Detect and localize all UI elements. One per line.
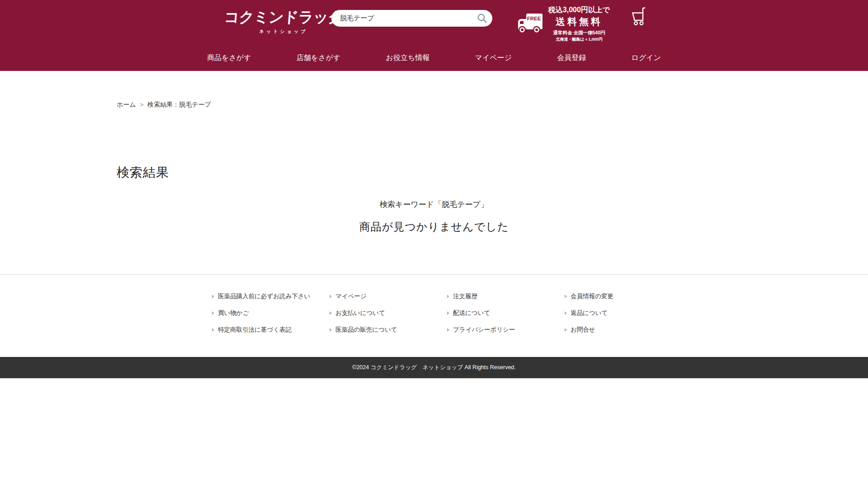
arrow-right-icon: [447, 311, 449, 315]
arrow-right-icon: [330, 328, 332, 332]
footer-links: 医薬品購入前に必ずお読み下さい 買い物かご 特定商取引法に基づく表記 マイページ…: [199, 275, 669, 357]
arrow-right-icon: [447, 328, 449, 332]
nav-item-login[interactable]: ログイン: [632, 53, 661, 63]
footer-column-3: 注文履歴 配送について プライバシーポリシー: [434, 292, 552, 357]
footer-link-privacy-policy[interactable]: プライバシーポリシー: [447, 326, 552, 334]
site-logo[interactable]: コクミンドラッグ ネットショップ: [224, 7, 343, 35]
shipping-normal-fee: 通常料金 全国一律540円: [546, 30, 612, 36]
shipping-free-label: 送料無料: [546, 15, 612, 28]
shipping-text: 税込3,000円以上で 送料無料 通常料金 全国一律540円 北海道・離島は＋1…: [546, 5, 612, 42]
arrow-right-icon: [212, 295, 214, 298]
arrow-right-icon: [212, 328, 214, 332]
footer-link-contact[interactable]: お問合せ: [565, 326, 669, 334]
no-results-message: 商品が見つかりませんでした: [117, 220, 751, 234]
footer-link-drug-sales[interactable]: 医薬品の販売について: [330, 326, 434, 334]
search-keyword-line: 検索キーワード「脱毛テープ」: [117, 199, 751, 210]
copyright-text: ©2024 コクミンドラッグ ネットショップ All Rights Reserv…: [352, 364, 516, 371]
search-button[interactable]: [477, 13, 487, 23]
arrow-right-icon: [212, 311, 214, 315]
nav-item-find-stores[interactable]: 店舗をさがす: [297, 53, 341, 63]
site-header: コクミンドラッグ ネットショップ: [0, 0, 868, 71]
footer-link-member-info[interactable]: 会員情報の変更: [565, 292, 669, 300]
footer-column-2: マイページ お支払いについて 医薬品の販売について: [316, 292, 434, 357]
nav-item-my-page[interactable]: マイページ: [475, 53, 512, 63]
search-icon: [477, 18, 487, 25]
arrow-right-icon: [565, 328, 567, 332]
footer-link-returns[interactable]: 返品について: [565, 309, 669, 317]
breadcrumb-home-link[interactable]: ホーム: [117, 101, 136, 108]
footer-link-order-history[interactable]: 注文履歴: [447, 292, 552, 300]
shipping-condition: 税込3,000円以上で: [546, 5, 612, 15]
footer-link-delivery[interactable]: 配送について: [447, 309, 552, 317]
free-shipping-banner: FREE 税込3,000円以上で 送料無料 通常料金 全国一律540円 北海道・…: [515, 5, 612, 42]
arrow-right-icon: [330, 311, 332, 315]
breadcrumb: ホーム>検索結果：脱毛テープ: [117, 101, 751, 109]
header-top-row: コクミンドラッグ ネットショップ: [208, 0, 660, 45]
search-input[interactable]: [331, 10, 492, 27]
nav-item-register[interactable]: 会員登録: [557, 53, 586, 63]
logo-subtitle: ネットショップ: [224, 28, 343, 35]
main-nav: 商品をさがす 店舗をさがす お役立ち情報 マイページ 会員登録 ログイン: [207, 45, 661, 71]
breadcrumb-current: 検索結果：脱毛テープ: [147, 101, 211, 108]
footer-link-shopping-cart[interactable]: 買い物かご: [212, 309, 316, 317]
arrow-right-icon: [447, 295, 449, 298]
arrow-right-icon: [330, 295, 332, 298]
copyright-bar: ©2024 コクミンドラッグ ネットショップ All Rights Reserv…: [0, 357, 868, 378]
cart-icon: [629, 21, 647, 28]
page-title: 検索結果: [117, 164, 751, 181]
footer-link-commercial-law[interactable]: 特定商取引法に基づく表記: [212, 326, 316, 334]
shipping-remote-fee: 北海道・離島は＋1,000円: [546, 37, 612, 42]
nav-item-useful-info[interactable]: お役立ち情報: [386, 53, 430, 63]
footer-link-my-page[interactable]: マイページ: [330, 292, 434, 300]
breadcrumb-separator: >: [140, 101, 144, 108]
arrow-right-icon: [565, 311, 567, 315]
cart-button[interactable]: [629, 6, 647, 28]
footer-link-payment[interactable]: お支払いについて: [330, 309, 434, 317]
delivery-truck-icon: FREE: [515, 12, 543, 36]
search-bar: [331, 10, 492, 27]
site-footer: 医薬品購入前に必ずお読み下さい 買い物かご 特定商取引法に基づく表記 マイページ…: [0, 274, 868, 378]
nav-item-find-products[interactable]: 商品をさがす: [207, 53, 251, 63]
footer-link-drug-notice[interactable]: 医薬品購入前に必ずお読み下さい: [212, 292, 316, 300]
logo-title: コクミンドラッグ: [223, 7, 343, 28]
arrow-right-icon: [565, 295, 567, 298]
footer-column-1: 医薬品購入前に必ずお読み下さい 買い物かご 特定商取引法に基づく表記: [199, 292, 316, 357]
free-badge-text: FREE: [527, 16, 541, 21]
footer-column-4: 会員情報の変更 返品について お問合せ: [552, 292, 669, 357]
main-content: ホーム>検索結果：脱毛テープ 検索結果 検索キーワード「脱毛テープ」 商品が見つ…: [117, 71, 751, 274]
